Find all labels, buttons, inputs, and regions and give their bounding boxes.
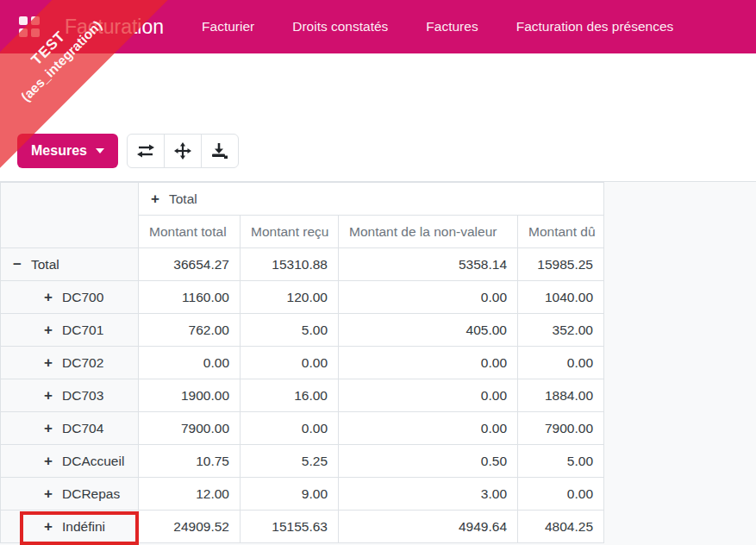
nav-menu: FacturierDroits constatésFacturesFactura… xyxy=(183,0,692,53)
value-cell: 0.50 xyxy=(339,445,518,478)
value-cell: 7900.00 xyxy=(139,412,241,445)
row-label-cell[interactable]: +DCAccueil xyxy=(1,445,139,478)
value-cell: 1040.00 xyxy=(518,281,604,314)
row-label-text: DC703 xyxy=(62,388,103,403)
value-cell: 5.00 xyxy=(518,445,604,478)
value-cell: 1160.00 xyxy=(139,281,241,314)
row-label-cell[interactable]: +DCRepas xyxy=(1,478,139,511)
value-cell: 0.00 xyxy=(339,412,518,445)
row-label-cell[interactable]: +Indéfini xyxy=(1,511,139,543)
row-label-cell[interactable]: +DC703 xyxy=(1,379,139,412)
expand-icon[interactable]: + xyxy=(42,420,54,437)
row-label-cell[interactable]: +DC700 xyxy=(1,281,139,314)
expand-icon[interactable]: + xyxy=(149,191,161,208)
swap-axes-icon xyxy=(136,143,155,159)
page-root: Facturation FacturierDroits constatésFac… xyxy=(0,0,756,545)
move-icon xyxy=(174,142,191,160)
app-brand[interactable]: Facturation xyxy=(65,16,164,39)
value-cell: 36654.27 xyxy=(139,248,241,281)
apps-grid-square xyxy=(31,16,40,25)
measures-dropdown-button[interactable]: Mesures xyxy=(17,134,118,168)
expand-icon[interactable]: + xyxy=(42,453,54,470)
value-cell: 4949.64 xyxy=(339,511,518,543)
row-label-inner: +DCAccueil xyxy=(11,454,124,468)
row-label-inner: +DC704 xyxy=(11,421,103,435)
download-export-icon xyxy=(211,142,228,160)
value-cell: 16.00 xyxy=(241,379,339,412)
expand-icon[interactable]: + xyxy=(42,354,54,372)
value-cell: 5358.14 xyxy=(339,248,518,281)
swap-axes-button[interactable] xyxy=(127,134,165,168)
nav-item-factures[interactable]: Factures xyxy=(407,0,497,53)
value-cell: 120.00 xyxy=(241,281,339,314)
value-cell: 15310.88 xyxy=(241,248,339,281)
value-cell: 0.00 xyxy=(241,412,339,445)
value-cell: 24909.52 xyxy=(139,511,241,543)
row-label-text: DC700 xyxy=(62,290,103,304)
row-label-inner: +DC701 xyxy=(11,323,103,337)
pivot-table-area: +Total Montant totalMontant reçuMontant … xyxy=(0,181,756,545)
row-label-inner: −Total xyxy=(11,257,59,272)
nav-item-facturier[interactable]: Facturier xyxy=(183,0,273,53)
expand-icon[interactable]: + xyxy=(42,518,54,536)
value-cell: 5.25 xyxy=(241,445,339,478)
row-label-inner: +DC703 xyxy=(11,388,103,403)
download-export-button[interactable] xyxy=(201,134,239,168)
value-cell: 0.00 xyxy=(339,281,518,314)
value-cell: 1900.00 xyxy=(139,379,241,412)
row-label-text: DC704 xyxy=(62,421,103,435)
value-cell: 762.00 xyxy=(139,314,241,347)
expand-icon[interactable]: + xyxy=(42,322,54,339)
value-cell: 0.00 xyxy=(241,347,339,379)
apps-grid-icon[interactable] xyxy=(19,16,40,37)
pivot-action-button-group xyxy=(127,134,239,168)
value-cell: 9.00 xyxy=(241,478,339,511)
row-label-text: DC702 xyxy=(62,355,103,370)
value-cell: 0.00 xyxy=(339,379,518,412)
expand-icon[interactable]: + xyxy=(42,289,54,306)
expand-icon[interactable]: + xyxy=(42,485,54,503)
column-group-header-cell[interactable]: +Total xyxy=(139,183,604,216)
value-cell: 0.00 xyxy=(518,478,604,511)
row-label-text: Total xyxy=(31,257,59,272)
expand-icon[interactable]: + xyxy=(42,387,54,404)
pivot-row-dcrepas: +DCRepas12.009.003.000.00 xyxy=(1,478,604,511)
column-group-label: Total xyxy=(169,191,197,206)
measures-button-label: Mesures xyxy=(31,143,87,159)
pivot-header-group-row: +Total xyxy=(1,183,604,216)
nav-item-facturation-des-pr-sences[interactable]: Facturation des présences xyxy=(497,0,693,53)
row-label-cell[interactable]: +DC701 xyxy=(1,314,139,347)
apps-grid-square xyxy=(19,28,28,37)
apps-grid-square xyxy=(31,28,40,37)
move-button[interactable] xyxy=(164,134,202,168)
row-label-text: Indéfini xyxy=(62,519,105,534)
chevron-down-icon xyxy=(96,148,104,153)
measure-header-cell[interactable]: Montant reçu xyxy=(241,216,339,248)
pivot-table: +Total Montant totalMontant reçuMontant … xyxy=(0,182,604,543)
apps-grid-square xyxy=(19,16,28,25)
row-label-cell[interactable]: −Total xyxy=(1,248,139,281)
collapse-icon[interactable]: − xyxy=(11,256,23,273)
value-cell: 0.00 xyxy=(518,347,604,379)
row-label-inner: +Indéfini xyxy=(11,519,105,534)
row-label-cell[interactable]: +DC702 xyxy=(1,347,139,379)
pivot-row-dc704: +DC7047900.000.000.007900.00 xyxy=(1,412,604,445)
row-label-text: DCAccueil xyxy=(62,454,124,468)
row-label-text: DC701 xyxy=(62,323,103,337)
navbar: Facturation FacturierDroits constatésFac… xyxy=(0,0,756,53)
nav-item-droits-constat-s[interactable]: Droits constatés xyxy=(273,0,407,53)
value-cell: 10.75 xyxy=(139,445,241,478)
pivot-row-total: −Total36654.2715310.885358.1415985.25 xyxy=(1,248,604,281)
value-cell: 3.00 xyxy=(339,478,518,511)
measure-header-cell[interactable]: Montant total xyxy=(139,216,241,248)
value-cell: 15985.25 xyxy=(518,248,604,281)
measure-header-cell[interactable]: Montant dû xyxy=(518,216,604,248)
value-cell: 5.00 xyxy=(241,314,339,347)
value-cell: 7900.00 xyxy=(518,412,604,445)
pivot-corner-cell xyxy=(1,183,139,248)
measure-header-cell[interactable]: Montant de la non-valeur xyxy=(339,216,518,248)
row-label-cell[interactable]: +DC704 xyxy=(1,412,139,445)
value-cell: 0.00 xyxy=(339,347,518,379)
row-label-inner: +DC700 xyxy=(11,290,103,304)
pivot-row-dc701: +DC701762.005.00405.00352.00 xyxy=(1,314,604,347)
